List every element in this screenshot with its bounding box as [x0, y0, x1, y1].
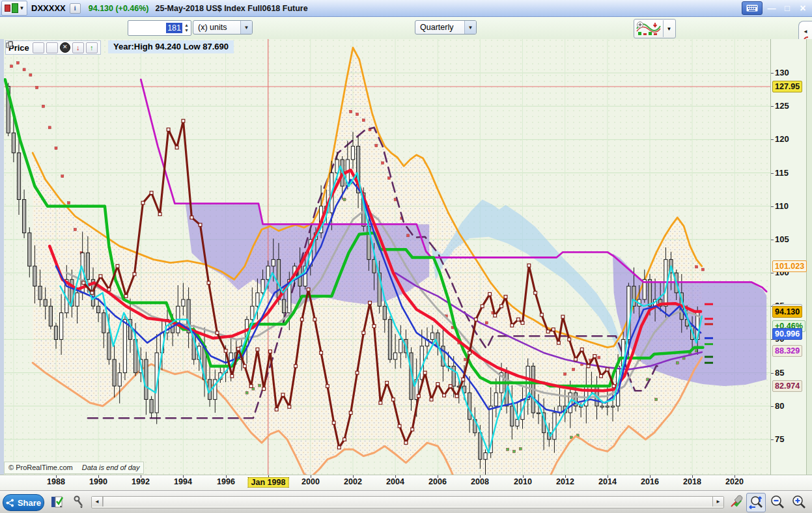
chart-toolbar: 181 ▲▼ (x) units ▼ Quarterly ▼ ▼ [0, 17, 812, 40]
price-badge: 101.023 [772, 260, 807, 272]
scroll-left-arrow[interactable]: ◄ [92, 497, 103, 506]
list-check-button[interactable] [49, 495, 66, 509]
symbol-label: DXXXXX [31, 3, 66, 13]
x-tick-label: 1992 [132, 477, 150, 486]
drawing-tools-button[interactable] [70, 495, 87, 509]
chart-region: Price ✕ ↓ ↑ Year:High 94.240 Low 87.690 … [0, 39, 812, 475]
timeframe-value: Quarterly [420, 23, 453, 32]
y-tickmark [771, 139, 774, 140]
pane-move-up-icon[interactable]: ↑ [86, 42, 98, 53]
scroll-right-arrow[interactable]: ► [712, 497, 723, 506]
pane-settings-wrench-icon[interactable] [33, 42, 44, 53]
price-badge: 88.329 [772, 345, 802, 357]
price-badge: 94.130 [772, 306, 802, 318]
y-tick-label: 130 [775, 68, 804, 77]
share-button-label: Share [18, 498, 41, 508]
share-icon [6, 499, 14, 507]
y-tickmark [771, 406, 774, 407]
x-tick-label: 2018 [683, 477, 701, 486]
keyboard-icon [746, 5, 758, 12]
chevron-down-icon: ▼ [464, 21, 476, 34]
instrument-description: 25-May-2018 US$ Index Full0618 Future [156, 4, 308, 13]
window-title-bar[interactable]: ▼ DXXXXX i 94.130 (+0.46%) 25-May-2018 U… [0, 0, 812, 17]
y-tickmark [771, 240, 774, 240]
pane-move-down-icon[interactable]: ↓ [72, 42, 84, 53]
y-tickmark [771, 206, 774, 207]
bottom-toolbar: Share ◄ ► [0, 490, 812, 513]
zoom-in-button[interactable] [790, 493, 808, 511]
y-tickmark [771, 439, 774, 440]
info-icon[interactable]: i [70, 3, 81, 14]
horizontal-scrollbar[interactable]: ◄ ► [91, 496, 724, 508]
x-tick-label: 2012 [556, 477, 574, 486]
x-tick-label: 2006 [428, 477, 447, 486]
timeframe-select[interactable]: Quarterly ▼ [415, 20, 477, 35]
red-candle-icon [5, 5, 10, 12]
y-tick-label: 75 [775, 434, 804, 444]
y-tickmark [771, 106, 774, 107]
maximize-button[interactable]: □ [781, 2, 794, 14]
symbol-selector-button[interactable]: ▼ [1, 1, 27, 16]
price-axis[interactable]: 1301251201151101051009590858075127.95101… [770, 39, 807, 475]
units-count-input[interactable]: 181 ▲▼ [128, 20, 191, 36]
units-count-value[interactable]: 181 [166, 23, 182, 33]
y-tick-label: 110 [775, 201, 804, 211]
minimize-button[interactable]: — [765, 2, 778, 14]
units-stepper[interactable]: ▲▼ [182, 21, 191, 35]
units-type-value: (x) units [198, 23, 227, 32]
y-tickmark [771, 373, 774, 374]
prorealtime-window: { "title_bar": { "symbol": "DXXXXX", "in… [0, 0, 812, 513]
chevron-left-icon: ◄ [803, 29, 808, 35]
x-tick-label: 2004 [386, 477, 404, 486]
y-tick-label: 120 [775, 134, 804, 144]
x-tick-label: 1988 [47, 477, 65, 486]
price-chart-svg [4, 39, 770, 475]
pane-close-icon[interactable]: ✕ [60, 42, 70, 53]
price-pane-header: Price ✕ ↓ ↑ [5, 40, 101, 55]
copyright-label: © ProRealTime.com [8, 462, 73, 473]
zoom-selection-button[interactable] [746, 493, 766, 512]
y-tick-label: 80 [775, 401, 804, 411]
x-tick-label: 2010 [514, 477, 532, 486]
pane-duplicate-icon[interactable] [46, 42, 58, 53]
x-tick-label: Jan 1998 [248, 477, 289, 488]
share-button[interactable]: Share [3, 494, 44, 511]
last-quote-label: 94.130 (+0.46%) [89, 4, 149, 13]
chart-options-wrench-button[interactable] [727, 493, 745, 511]
y-tickmark [771, 173, 774, 174]
zoom-out-button[interactable] [768, 493, 787, 511]
scrollbar-thumb[interactable] [103, 497, 713, 506]
chart-style-icon [634, 20, 663, 37]
x-tick-label: 1996 [217, 477, 235, 486]
y-tickmark [771, 73, 774, 74]
x-tick-label: 2020 [725, 477, 744, 486]
chart-style-button[interactable]: ▼ [634, 19, 676, 38]
price-badge: 127.95 [772, 81, 802, 92]
data-note-label: Data is end of day [82, 462, 140, 473]
x-tick-label: 1990 [89, 477, 107, 486]
price-chart-canvas[interactable]: Price ✕ ↓ ↑ Year:High 94.240 Low 87.690 … [4, 39, 770, 475]
x-tick-label: 1994 [174, 477, 192, 486]
chevron-down-icon: ▼ [240, 21, 252, 34]
chevron-down-icon: ▼ [663, 20, 675, 37]
y-tick-label: 85 [775, 368, 804, 378]
close-button[interactable]: × [796, 2, 809, 14]
y-tick-label: 115 [775, 168, 804, 178]
time-axis[interactable]: 19881990199219941996Jan 1998200020022004… [0, 475, 812, 492]
price-badge: 90.996 [772, 328, 802, 340]
price-badge: 82.974 [772, 380, 802, 392]
right-panel-resize-handle[interactable] [806, 39, 812, 475]
x-tick-label: 2014 [598, 477, 617, 486]
y-tick-label: 105 [775, 234, 804, 244]
green-candle-icon [12, 3, 18, 13]
chart-footer-overlay: © ProRealTime.com Data is end of day [4, 462, 144, 474]
year-high-low-stats: Year:High 94.240 Low 87.690 [108, 40, 234, 53]
x-tick-label: 2002 [344, 477, 362, 486]
keyboard-icon-button[interactable] [742, 1, 763, 15]
chevron-down-icon: ▼ [20, 6, 25, 11]
x-tick-label: 2000 [301, 477, 320, 486]
y-tick-label: 125 [775, 101, 804, 111]
x-tick-label: 2008 [471, 477, 489, 486]
units-type-select[interactable]: (x) units ▼ [193, 20, 253, 35]
x-tick-label: 2016 [641, 477, 659, 486]
